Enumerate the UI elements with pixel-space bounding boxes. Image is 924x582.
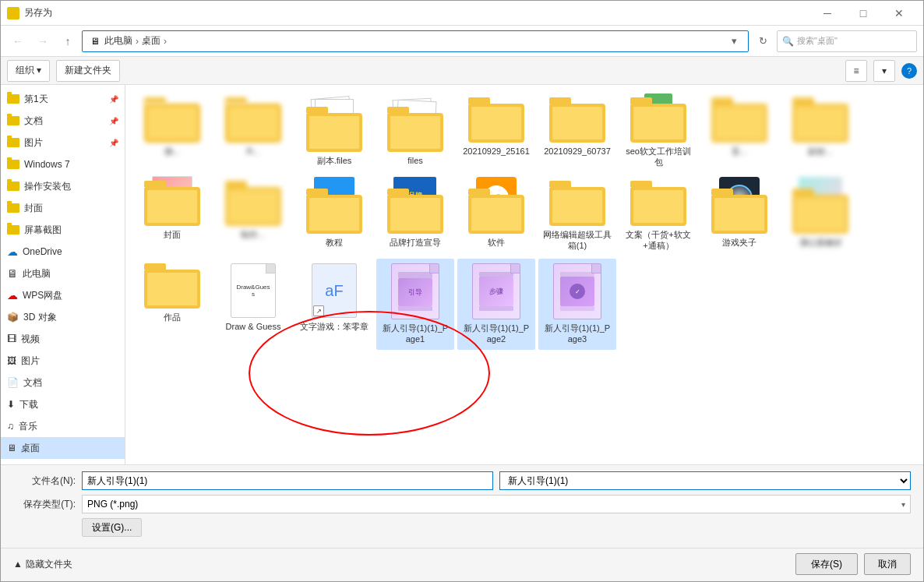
list-item[interactable]: 20210929_25161 (457, 93, 535, 173)
list-item[interactable]: files (376, 93, 454, 173)
sidebar-item-wps[interactable]: ☁ WPS网盘 (1, 284, 125, 306)
filename: 制作... (241, 229, 265, 240)
filename: 烧... (164, 146, 180, 157)
hide-folders-button[interactable]: ▲ 隐藏文件夹 (13, 558, 72, 571)
list-item[interactable]: 品牌 打造宣导 品牌打造宣导 (376, 176, 454, 256)
dialog-title: 另存为 (24, 6, 52, 19)
sidebar-item-label: 图片 (24, 136, 43, 150)
computer-icon: 🖥 (7, 267, 18, 280)
sidebar-item-label: WPS网盘 (23, 289, 62, 302)
list-item[interactable]: 文案（干货+软文+通稿） (619, 176, 697, 256)
filename-dropdown[interactable]: 新人引导(1)(1) (499, 471, 911, 490)
crumb-computer[interactable]: 此电脑 (104, 34, 132, 48)
new-folder-label: 新建文件夹 (65, 64, 111, 77)
filename: 新人引导(1)(1)_Page1 (380, 323, 450, 345)
cancel-button[interactable]: 取消 (864, 553, 911, 575)
filetype-value: PNG (*.png) (87, 499, 138, 510)
list-item[interactable]: 副创... (781, 93, 859, 173)
sidebar-item-pictures[interactable]: 🖼 图片 (1, 350, 125, 372)
search-box: 🔍 搜索"桌面" (777, 30, 917, 52)
list-item[interactable]: ✓ 新人引导(1)(1)_Page3 (538, 259, 616, 350)
folder-icon (7, 160, 19, 169)
close-button[interactable]: ✕ (881, 1, 917, 26)
filename: 游戏夹子 (722, 237, 756, 248)
crumb-desktop[interactable]: 桌面 (142, 34, 160, 48)
sidebar-item-label: 文档 (24, 115, 43, 128)
sidebar-item-screenshot[interactable]: 屏幕截图 (1, 219, 125, 241)
list-item[interactable]: 封面 (133, 176, 211, 256)
folder-icon (7, 203, 19, 213)
list-item[interactable]: 副本.files (295, 93, 373, 173)
organize-button[interactable]: 组织 ▾ (7, 60, 50, 82)
title-bar: 另存为 ─ □ ✕ (1, 1, 923, 26)
maximize-button[interactable]: □ (845, 1, 881, 26)
filename: 20210929_25161 (463, 146, 530, 157)
filename: 副本.files (317, 155, 352, 166)
list-item[interactable]: 盲... (700, 93, 778, 173)
folder-icon (7, 225, 19, 235)
sidebar-item-cdrive[interactable]: 💿 本地磁盘 (C:) (1, 459, 125, 464)
filename: 软件 (488, 237, 505, 248)
sidebar-item-label: 第1天 (24, 93, 48, 106)
back-button[interactable]: ← (7, 30, 29, 52)
list-item[interactable]: 01 教程 (295, 176, 373, 256)
list-item[interactable]: 20210929_60737 (538, 93, 616, 173)
sidebar-item-label: Windows 7 (24, 159, 70, 170)
sidebar-item-3d[interactable]: 📦 3D 对象 (1, 306, 125, 328)
filename: 文案（干货+软文+通稿） (623, 229, 693, 252)
save-button[interactable]: 保存(S) (795, 553, 858, 575)
hide-folders-icon: ▲ (13, 559, 23, 570)
refresh-button[interactable]: ↻ (752, 30, 774, 52)
view-button2[interactable]: ▾ (873, 60, 895, 82)
list-item[interactable]: seo软文工作培训包 (619, 93, 697, 173)
sidebar-item-label: 视频 (21, 333, 40, 346)
list-item[interactable]: 作品 (133, 259, 211, 350)
sidebar-item-pics[interactable]: 图片 📌 (1, 132, 125, 153)
sidebar-item-docs[interactable]: 文档 📌 (1, 110, 125, 132)
sidebar-item-cover[interactable]: 封面 (1, 197, 125, 219)
video-icon: 🎞 (7, 333, 16, 344)
list-item[interactable]: 引导 新人引导(1)(1)_Page1 (376, 259, 454, 350)
sidebar-item-thispc[interactable]: 🖥 此电脑 (1, 263, 125, 284)
list-item[interactable]: ↺ 软件 (457, 176, 535, 256)
address-dropdown-button[interactable]: ▾ (726, 30, 742, 52)
filetype-select[interactable]: PNG (*.png) ▾ (82, 495, 911, 513)
filename-input[interactable] (82, 471, 493, 490)
sidebar-item-documents[interactable]: 📄 文档 (1, 372, 125, 393)
filename: 网络编辑超级工具箱(1) (542, 229, 612, 252)
forward-button[interactable]: → (32, 30, 54, 52)
sidebar-item-video[interactable]: 🎞 视频 (1, 328, 125, 350)
sidebar-item-win7[interactable]: Windows 7 (1, 153, 125, 175)
list-item[interactable]: 制作... (214, 176, 292, 256)
dropdown-arrow-icon: ▾ (901, 500, 905, 509)
sidebar-item-label: 文档 (23, 376, 42, 390)
main-content: 第1天 📌 文档 📌 图片 📌 Windows 7 操作安装包 (1, 85, 923, 464)
crumb-sep1: › (136, 36, 139, 47)
list-item[interactable]: 步骤 新人引导(1)(1)_Page2 (457, 259, 535, 350)
sidebar-item-day1[interactable]: 第1天 📌 (1, 88, 125, 110)
filename: 溜公园修好 (799, 237, 842, 248)
sidebar-item-downloads[interactable]: ⬇ 下载 (1, 393, 125, 415)
sidebar-item-label: 桌面 (21, 442, 40, 455)
view-button[interactable]: ≡ (845, 60, 867, 82)
help-button[interactable]: ? (901, 63, 917, 79)
list-item[interactable]: 烧... (133, 93, 211, 173)
list-item[interactable]: R... (214, 93, 292, 173)
list-item[interactable]: 网络编辑超级工具箱(1) (538, 176, 616, 256)
sidebar-item-install[interactable]: 操作安装包 (1, 175, 125, 197)
sidebar-item-onedrive[interactable]: ☁ OneDrive (1, 241, 125, 263)
documents-icon: 📄 (7, 377, 19, 388)
up-button[interactable]: ↑ (57, 30, 79, 52)
minimize-button[interactable]: ─ (809, 1, 845, 26)
sidebar-item-music[interactable]: ♫ 音乐 (1, 415, 125, 437)
sidebar-item-label: 操作安装包 (24, 180, 71, 193)
list-item[interactable]: Draw&Guess Draw & Guess (214, 259, 292, 350)
list-item[interactable]: 游戏夹子 (700, 176, 778, 256)
list-item[interactable]: aF ↗ 文字游戏：笨零章 (295, 259, 373, 350)
list-item[interactable]: 溜公园修好 (781, 176, 859, 256)
sidebar-item-desktop[interactable]: 🖥 桌面 (1, 437, 125, 459)
address-bar[interactable]: 🖥 此电脑 › 桌面 › ▾ (82, 30, 749, 52)
settings-button[interactable]: 设置(G)... (82, 518, 142, 537)
folder-icon (7, 116, 19, 125)
new-folder-button[interactable]: 新建文件夹 (56, 60, 120, 82)
